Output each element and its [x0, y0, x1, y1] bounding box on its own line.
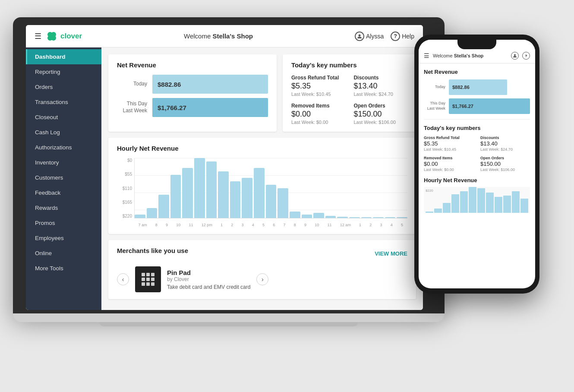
- sidebar-item-dashboard[interactable]: Dashboard: [26, 49, 101, 64]
- sidebar-item-reporting[interactable]: Reporting: [26, 64, 101, 79]
- chart-bar: [206, 161, 217, 218]
- key-numbers-title: Today's key numbers: [291, 61, 407, 69]
- key-numbers-card: Today's key numbers Gross Refund Total $…: [283, 54, 416, 132]
- phone-key-numbers-title: Today's key numbers: [424, 125, 530, 131]
- sidebar-item-online[interactable]: Online: [26, 246, 101, 261]
- sidebar-item-closeout[interactable]: Closeout: [26, 110, 101, 125]
- chart-bar: [349, 217, 360, 218]
- user-menu[interactable]: Alyssa: [355, 32, 384, 41]
- x-label: 4: [391, 223, 393, 227]
- help-label: Help: [402, 33, 414, 40]
- phone-mini-bar: [520, 199, 528, 213]
- clover-brand-name: clover: [60, 32, 82, 41]
- x-label: 3: [380, 223, 382, 227]
- kn-open-orders: Open Orders $150.00 Last Week: $106.00: [353, 103, 407, 125]
- svg-rect-4: [50, 35, 53, 38]
- sidebar-item-rewards[interactable]: Rewards: [26, 200, 101, 215]
- sidebar-item-employees[interactable]: Employees: [26, 231, 101, 246]
- app-body: Dashboard Reporting Orders Transactions …: [26, 47, 423, 310]
- net-revenue-title: Net Revenue: [117, 61, 268, 69]
- chart-bar: [254, 168, 265, 218]
- phone-mini-bar: [451, 194, 459, 213]
- y-label-0: $0: [117, 158, 132, 163]
- chart-bar: [385, 217, 396, 218]
- svg-point-5: [358, 34, 360, 36]
- phone-mini-bar: [434, 209, 442, 213]
- x-label: 4: [252, 223, 254, 227]
- kn-discounts: Discounts $13.40 Last Week: $24.70: [353, 75, 407, 97]
- phone-lastweek-value: $1,766.27: [452, 104, 473, 109]
- laptop-device: ☰ clover Welcome Stella's Shop: [13, 17, 445, 371]
- phone-net-revenue-title: Net Revenue: [424, 69, 530, 75]
- x-label: 11: [328, 223, 332, 227]
- chart-bar: [182, 168, 193, 218]
- chart-bar: [337, 217, 348, 218]
- merchant-info: Pin Pad by Clover Take debit card and EM…: [167, 269, 250, 290]
- chart-bar: [361, 217, 372, 218]
- x-label: 1: [221, 223, 223, 227]
- sidebar-item-customers[interactable]: Customers: [26, 170, 101, 185]
- chart-bar: [313, 213, 324, 218]
- merchant-prev-button[interactable]: ‹: [117, 273, 129, 285]
- phone-notch: [457, 40, 496, 49]
- hourly-chart-card: Hourly Net Revenue $220 $165 $110 $55 $0: [108, 138, 416, 234]
- y-label-220: $220: [117, 214, 132, 218]
- sidebar-item-more-tools[interactable]: More Tools: [26, 261, 101, 276]
- phone-lastweek-row: This DayLast Week $1,766.27: [424, 98, 530, 114]
- lastweek-bar: $1,766.27: [152, 98, 268, 117]
- merchant-name: Pin Pad: [167, 269, 250, 276]
- merchants-header: Merchants like you use VIEW MORE: [117, 247, 407, 260]
- merchant-next-button[interactable]: ›: [256, 273, 268, 285]
- view-more-link[interactable]: VIEW MORE: [375, 250, 407, 257]
- hourly-chart-title: Hourly Net Revenue: [117, 145, 407, 152]
- sidebar-item-feedback[interactable]: Feedback: [26, 185, 101, 200]
- user-icon: [355, 32, 364, 41]
- sidebar-item-inventory[interactable]: Inventory: [26, 155, 101, 170]
- phone-mini-bar: [460, 191, 468, 213]
- shop-name: Stella's Shop: [212, 32, 253, 40]
- phone-header-icons: ?: [511, 52, 530, 60]
- phone-kn-gross-refund: Gross Refund Total $5.35 Last Week: $10.…: [424, 136, 473, 152]
- today-value: $882.86: [158, 81, 181, 88]
- sidebar-item-authorizations[interactable]: Authorizations: [26, 140, 101, 155]
- chart-y-labels: $220 $165 $110 $55 $0: [117, 158, 132, 218]
- x-label: 2: [369, 223, 372, 227]
- net-revenue-card: Net Revenue Today $882.86 This DayLast W…: [108, 54, 277, 132]
- y-label-55: $55: [117, 172, 132, 177]
- phone-kn-open-orders: Open Orders $150.00 Last Week: $106.00: [480, 156, 530, 172]
- hamburger-icon[interactable]: ☰: [35, 32, 41, 41]
- chart-bar: [302, 215, 312, 218]
- merchant-item: ‹ Pin Pad by Clover: [117, 266, 407, 292]
- sidebar-item-cash-log[interactable]: Cash Log: [26, 125, 101, 140]
- x-label: 12 am: [340, 223, 351, 227]
- phone-user-icon[interactable]: [511, 52, 519, 60]
- sidebar-item-promos[interactable]: Promos: [26, 215, 101, 231]
- phone-mini-chart: $220: [424, 187, 530, 213]
- chart-bar: [158, 195, 169, 218]
- phone-key-numbers-grid: Gross Refund Total $5.35 Last Week: $10.…: [424, 136, 530, 172]
- phone-hourly-title: Hourly Net Revenue: [424, 177, 530, 183]
- sidebar-item-orders[interactable]: Orders: [26, 79, 101, 95]
- x-label: 10: [315, 223, 319, 227]
- top-row: Net Revenue Today $882.86 This DayLast W…: [108, 54, 416, 132]
- phone-hamburger-icon[interactable]: ☰: [424, 52, 429, 59]
- x-label: 5: [401, 223, 403, 227]
- help-button[interactable]: ? Help: [391, 32, 414, 41]
- x-label: 5: [262, 223, 265, 227]
- phone-help-icon[interactable]: ?: [522, 52, 530, 60]
- chart-bar: [230, 181, 241, 218]
- phone-divider-1: [424, 119, 530, 120]
- header-left: ☰ clover: [35, 30, 82, 42]
- merchant-by: by Clover: [167, 276, 250, 282]
- user-label: Alyssa: [366, 33, 384, 40]
- x-label: 7 am: [139, 223, 147, 227]
- chart-bar: [397, 217, 407, 218]
- merchant-image: [135, 266, 161, 292]
- x-label: 8: [155, 223, 158, 227]
- y-label-110: $110: [117, 186, 132, 191]
- chart-bar: [290, 212, 300, 218]
- chart-bars: [134, 158, 407, 218]
- pinpad-icon: [142, 273, 155, 286]
- sidebar-item-transactions[interactable]: Transactions: [26, 95, 101, 110]
- phone-mini-bar: [495, 197, 502, 213]
